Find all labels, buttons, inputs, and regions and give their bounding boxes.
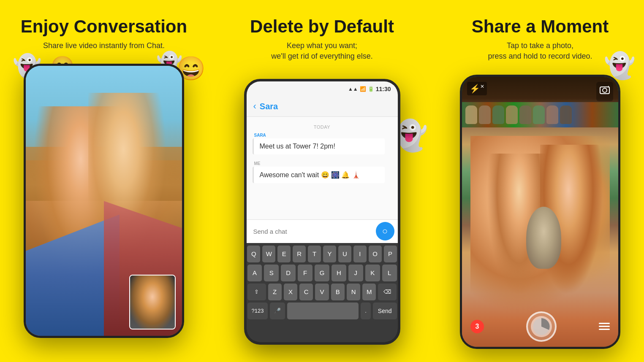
hamburger-menu[interactable] (599, 323, 610, 330)
key-numbers[interactable]: ?123 (247, 303, 268, 319)
key-r[interactable]: R (293, 246, 306, 262)
left-title: Enjoy Conversation (21, 17, 187, 36)
center-title: Delete by Default (250, 17, 394, 36)
phone-mockup-left (24, 64, 184, 338)
shutter-inner (531, 316, 552, 337)
girls-photo (470, 136, 610, 313)
key-x[interactable]: X (284, 284, 297, 300)
chat-send-button[interactable]: ○ (376, 222, 394, 240)
key-l[interactable]: L (382, 265, 397, 281)
key-w[interactable]: W (262, 246, 275, 262)
key-backspace[interactable]: ⌫ (378, 284, 397, 300)
key-t[interactable]: T (308, 246, 321, 262)
key-j[interactable]: J (348, 265, 363, 281)
key-s[interactable]: S (264, 265, 279, 281)
time-display: 11:30 (376, 86, 391, 92)
wifi-icon: ▲▲ (348, 86, 358, 92)
key-z[interactable]: Z (268, 284, 282, 300)
key-a[interactable]: A (247, 265, 262, 281)
key-q[interactable]: Q (247, 246, 260, 262)
center-panel: Delete by Default Keep what you want;we'… (208, 0, 436, 362)
camera-ui-bottom: 3 (462, 311, 618, 342)
camera-ui-top: ⚡✕ (467, 82, 487, 95)
key-y[interactable]: Y (323, 246, 336, 262)
notification-badge[interactable]: 3 (470, 320, 484, 333)
chat-header: ‹ Sara (247, 97, 398, 117)
menu-line-3 (599, 329, 610, 330)
chat-date-divider: TODAY (253, 124, 392, 130)
keyboard-row-3: ⇧ Z X C V B N M ⌫ (247, 284, 397, 300)
sender-label-sara: SARA (254, 133, 392, 138)
key-k[interactable]: K (365, 265, 380, 281)
flash-icon[interactable]: ⚡✕ (467, 82, 487, 95)
key-o[interactable]: O (369, 246, 382, 262)
menu-line-2 (599, 326, 610, 327)
phone-screen-left (26, 66, 182, 336)
message-bubble-1: Meet us at Tower 7! 2pm! (253, 138, 385, 154)
keyboard-row-4: ?123 🎤 . Send (247, 303, 397, 319)
key-period[interactable]: . (361, 303, 371, 319)
key-v[interactable]: V (315, 284, 329, 300)
chat-input[interactable] (250, 228, 376, 235)
right-title: Share a Moment (472, 17, 609, 36)
key-d[interactable]: D (281, 265, 296, 281)
svg-marker-2 (608, 86, 610, 87)
phone-mockup-center: ▲▲ 📶 🔋 11:30 ‹ Sara TODAY SARA Meet us (244, 79, 400, 345)
left-panel: Enjoy Conversation Share live video inst… (0, 0, 208, 362)
chat-input-area: ○ (247, 219, 398, 243)
keyboard: Q W E R T Y U I O P A S D F G (247, 243, 398, 342)
chat-contact-name[interactable]: Sara (260, 102, 278, 111)
key-c[interactable]: C (299, 284, 313, 300)
right-subtitle: Tap to take a photo,press and hold to re… (488, 41, 592, 62)
message-2: ME Awesome can't wait 😄 🎆 🔔 🗼 (253, 161, 392, 183)
status-bar: ▲▲ 📶 🔋 11:30 (247, 81, 398, 97)
key-mic[interactable]: 🎤 (270, 303, 285, 319)
svg-point-1 (603, 88, 607, 92)
right-panel: Share a Moment Tap to take a photo,press… (436, 0, 644, 362)
inset-photo (129, 275, 176, 330)
back-arrow-icon[interactable]: ‹ (253, 101, 256, 112)
battery-icon: 🔋 (368, 86, 374, 92)
rotate-camera-icon[interactable] (596, 82, 613, 101)
message-bubble-2: Awesome can't wait 😄 🎆 🔔 🗼 (253, 167, 385, 183)
key-g[interactable]: G (315, 265, 329, 281)
sender-label-me: ME (254, 161, 392, 166)
key-b[interactable]: B (331, 284, 345, 300)
chat-messages-area: TODAY SARA Meet us at Tower 7! 2pm! ME A… (247, 117, 398, 219)
menu-line-1 (599, 323, 610, 324)
key-shift[interactable]: ⇧ (247, 284, 266, 300)
status-icons: ▲▲ 📶 🔋 11:30 (348, 86, 391, 92)
phone-screen-right: ACK (462, 77, 618, 347)
center-subtitle: Keep what you want;we'll get rid of ever… (271, 41, 373, 62)
message-1: SARA Meet us at Tower 7! 2pm! (253, 133, 392, 154)
key-p[interactable]: P (384, 246, 397, 262)
camera-ui-top-right (596, 82, 613, 101)
key-n[interactable]: N (347, 284, 360, 300)
keyboard-row-2: A S D F G H J K L (247, 265, 397, 281)
keyboard-row-1: Q W E R T Y U I O P (247, 246, 397, 262)
key-u[interactable]: U (338, 246, 351, 262)
key-send[interactable]: Send (373, 303, 397, 319)
signal-icon: 📶 (360, 86, 366, 92)
shutter-button[interactable] (526, 311, 557, 342)
key-m[interactable]: M (362, 284, 376, 300)
key-f[interactable]: F (298, 265, 312, 281)
key-h[interactable]: H (332, 265, 346, 281)
key-i[interactable]: I (353, 246, 367, 262)
phone-mockup-right: ACK (460, 75, 620, 349)
key-e[interactable]: E (277, 246, 291, 262)
key-space[interactable] (287, 303, 359, 319)
left-subtitle: Share live video instantly from Chat. (43, 41, 165, 51)
phone-inner: ▲▲ 📶 🔋 11:30 ‹ Sara TODAY SARA Meet us (247, 81, 398, 342)
